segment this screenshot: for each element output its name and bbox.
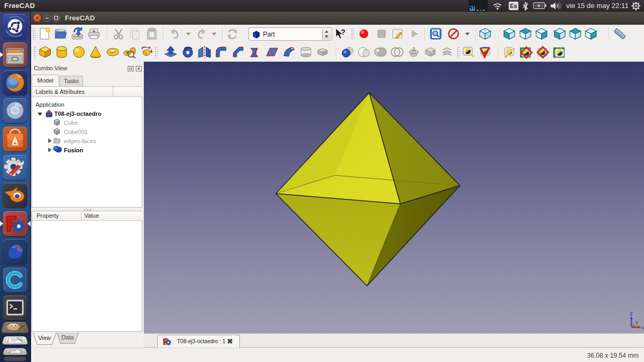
svg-text:x: x [642, 325, 644, 330]
svg-text:Z: Z [630, 311, 633, 316]
svg-text:Y: Y [635, 320, 639, 326]
svg-text:?: ? [341, 28, 346, 36]
